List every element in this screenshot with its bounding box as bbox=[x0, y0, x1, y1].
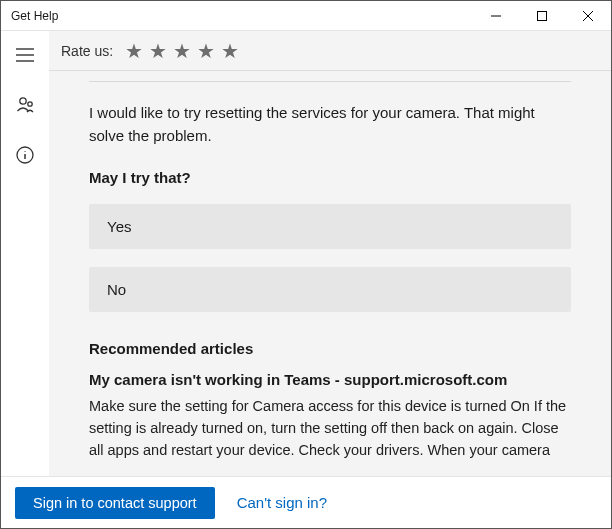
star-icon[interactable]: ★ bbox=[173, 41, 191, 61]
star-icon[interactable]: ★ bbox=[221, 41, 239, 61]
title-bar: Get Help bbox=[1, 1, 611, 31]
maximize-button[interactable] bbox=[519, 1, 565, 30]
option-yes[interactable]: Yes bbox=[89, 204, 571, 249]
recommended-heading: Recommended articles bbox=[89, 340, 571, 357]
contact-support-icon[interactable] bbox=[1, 89, 49, 121]
menu-icon[interactable] bbox=[1, 39, 49, 71]
svg-point-8 bbox=[28, 102, 32, 106]
svg-rect-1 bbox=[538, 11, 547, 20]
cant-sign-in-link[interactable]: Can't sign in? bbox=[237, 494, 327, 511]
sign-in-button[interactable]: Sign in to contact support bbox=[15, 487, 215, 519]
rate-bar: Rate us: ★ ★ ★ ★ ★ bbox=[49, 31, 611, 71]
divider bbox=[89, 81, 571, 82]
rate-label: Rate us: bbox=[61, 43, 113, 59]
minimize-button[interactable] bbox=[473, 1, 519, 30]
content-area: I would like to try resetting the servic… bbox=[49, 71, 611, 476]
article-body: Make sure the setting for Camera access … bbox=[89, 396, 571, 461]
star-icon[interactable]: ★ bbox=[149, 41, 167, 61]
rating-stars: ★ ★ ★ ★ ★ bbox=[125, 41, 239, 61]
sidebar bbox=[1, 31, 49, 476]
close-button[interactable] bbox=[565, 1, 611, 30]
main-panel: Rate us: ★ ★ ★ ★ ★ I would like to try r… bbox=[49, 31, 611, 476]
assistant-message: I would like to try resetting the servic… bbox=[89, 102, 571, 147]
window-title: Get Help bbox=[11, 9, 58, 23]
star-icon[interactable]: ★ bbox=[125, 41, 143, 61]
option-no[interactable]: No bbox=[89, 267, 571, 312]
star-icon[interactable]: ★ bbox=[197, 41, 215, 61]
window-controls bbox=[473, 1, 611, 30]
article-title[interactable]: My camera isn't working in Teams - suppo… bbox=[89, 371, 571, 388]
assistant-question: May I try that? bbox=[89, 169, 571, 186]
info-icon[interactable] bbox=[1, 139, 49, 171]
svg-point-7 bbox=[20, 98, 26, 104]
footer: Sign in to contact support Can't sign in… bbox=[1, 476, 611, 528]
